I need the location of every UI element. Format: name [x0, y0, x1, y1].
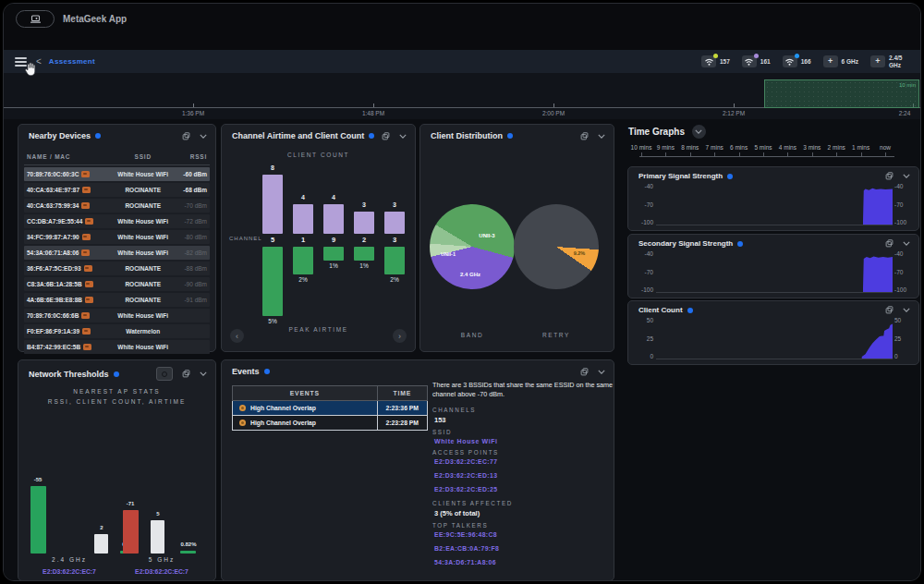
retry-pie-chart[interactable]	[514, 204, 599, 289]
graph-plot[interactable]	[656, 187, 893, 225]
airtime-bar[interactable]	[384, 247, 405, 274]
info-icon[interactable]	[737, 241, 743, 247]
device-row[interactable]: 34:FC:99:87:A7:90 White House WiFi -80 d…	[24, 230, 210, 244]
client-count-bar[interactable]	[323, 204, 344, 234]
info-icon[interactable]	[369, 133, 374, 139]
breadcrumb[interactable]: Assessment	[49, 57, 95, 66]
info-icon[interactable]	[95, 133, 101, 139]
rssi-bar[interactable]	[123, 510, 139, 554]
client-count-bar[interactable]	[262, 175, 283, 234]
scale-label[interactable]: 3 mins	[803, 144, 821, 151]
channel-filter-button[interactable]: 157	[701, 55, 730, 67]
channel-filter-button[interactable]: 161	[742, 55, 771, 67]
scale-label[interactable]: 1 mins	[852, 144, 869, 151]
top-talker-link[interactable]: EE:9C:5E:96:48:C8	[434, 531, 614, 538]
next-page-button[interactable]: ›	[393, 329, 407, 343]
top-talker-link[interactable]: B2:EA:CB:0A:79:F8	[434, 545, 614, 552]
device-row[interactable]: 70:89:76:0C:60:3C White House WiFi -60 d…	[24, 167, 210, 181]
airtime-bar[interactable]	[323, 247, 344, 261]
scale-label[interactable]: 8 mins	[681, 144, 699, 151]
chevron-down-icon[interactable]	[598, 134, 605, 139]
timeline-selection[interactable]: 10 min	[764, 79, 919, 108]
device-row[interactable]: C8:3A:6B:1A:28:5B ROCINANTE -90 dBm	[24, 277, 210, 291]
scale-label[interactable]: 6 mins	[730, 144, 748, 151]
add-band-button[interactable]: +6 GHz	[823, 55, 858, 67]
event-row[interactable]: High Channel Overlap 2:23:36 PM	[232, 401, 428, 416]
info-icon[interactable]	[264, 369, 270, 374]
graph-plot[interactable]	[656, 321, 893, 359]
window-tab[interactable]	[16, 10, 55, 28]
time-scale[interactable]: 10 mins 9 mins 8 mins 7 mins 6 mins 5 mi…	[628, 144, 896, 159]
info-icon[interactable]	[727, 174, 733, 179]
access-point-link[interactable]: E2:D3:62:2C:EC:77	[434, 458, 614, 465]
scale-label[interactable]: 10 mins	[631, 144, 652, 151]
channel-filter-button[interactable]: 166	[783, 55, 811, 67]
airtime-bar[interactable]	[262, 247, 283, 316]
copy-icon[interactable]	[885, 172, 894, 180]
rssi-bar[interactable]	[30, 486, 46, 554]
chevron-down-icon[interactable]	[903, 174, 910, 178]
device-row[interactable]: 4A:6B:6E:9B:E8:8B ROCINANTE -91 dBm	[24, 293, 210, 307]
copy-icon[interactable]	[580, 132, 589, 140]
col-time[interactable]: TIME	[377, 386, 427, 400]
channel-label: 5	[259, 236, 286, 244]
device-row[interactable]: 40:CA:63:75:99:34 ROCINANTE -70 dBm	[24, 199, 210, 213]
device-row[interactable]: F0:EF:86:F9:1A:39 Watermelon	[24, 324, 210, 338]
access-point-link[interactable]: E2:D3:62:2C:ED:25	[434, 486, 614, 493]
col-ssid[interactable]: SSID	[112, 153, 174, 160]
info-icon[interactable]	[114, 371, 119, 377]
client-count-bar[interactable]	[293, 204, 313, 234]
snapshot-button[interactable]	[156, 367, 173, 381]
prev-page-button[interactable]: ‹	[230, 329, 244, 343]
chevron-down-icon[interactable]	[903, 308, 910, 312]
chevron-down-icon[interactable]	[903, 241, 910, 246]
copy-icon[interactable]	[182, 132, 190, 140]
add-band-button[interactable]: +2.4/5 GHz	[870, 55, 911, 68]
copy-icon[interactable]	[382, 132, 390, 140]
device-row[interactable]: B4:87:42:99:EC:5B White House WiFi	[24, 340, 210, 354]
ssid-link[interactable]: White House WiFi	[434, 438, 614, 444]
scale-label[interactable]: 2 mins	[828, 144, 845, 151]
collapse-button[interactable]	[692, 125, 706, 139]
clients-bar[interactable]	[151, 520, 164, 554]
device-row[interactable]: 70:89:76:0C:66:6B White House WiFi	[24, 309, 210, 322]
client-count-bar[interactable]	[384, 212, 405, 234]
airtime-bar[interactable]	[180, 551, 196, 554]
ap-link[interactable]: E2:D3:62:2C:EC:7	[111, 568, 213, 575]
ap-link[interactable]: E2:D3:62:2C:EC:7	[18, 568, 120, 575]
airtime-bar[interactable]	[354, 247, 374, 261]
scale-label[interactable]: 4 mins	[779, 144, 796, 151]
col-events[interactable]: EVENTS	[233, 386, 377, 400]
menu-icon[interactable]	[15, 55, 27, 68]
back-button[interactable]: <	[36, 56, 42, 67]
scale-label[interactable]: 7 mins	[706, 144, 723, 151]
col-name-mac[interactable]: NAME / MAC	[24, 153, 112, 160]
graph-plot[interactable]	[656, 254, 893, 293]
scale-label[interactable]: 9 mins	[657, 144, 675, 151]
airtime-bar[interactable]	[293, 247, 313, 274]
event-row[interactable]: High Channel Overlap 2:23:28 PM	[232, 416, 428, 431]
device-row[interactable]: 40:CA:63:4E:97:87 ROCINANTE -68 dBm	[24, 183, 210, 197]
clients-bar[interactable]	[94, 534, 108, 554]
device-row[interactable]: 36:F6:A7:5C:ED:93 ROCINANTE -88 dBm	[24, 262, 210, 275]
client-count-bar[interactable]	[354, 212, 374, 234]
chevron-down-icon[interactable]	[598, 370, 605, 374]
device-row[interactable]: 54:3A:06:71:A8:06 White House WiFi -82 d…	[24, 246, 210, 260]
col-rssi[interactable]: RSSI	[174, 153, 210, 160]
timeline[interactable]: 1:36 PM 1:48 PM 2:00 PM 2:12 PM 2:24 10 …	[4, 73, 920, 119]
copy-icon[interactable]	[885, 306, 894, 314]
access-point-link[interactable]: E2:D3:62:2C:ED:13	[434, 472, 614, 479]
copy-icon[interactable]	[182, 370, 190, 378]
chevron-down-icon[interactable]	[200, 134, 207, 139]
timeline-tick-label: 2:24	[899, 110, 911, 116]
copy-icon[interactable]	[580, 368, 589, 376]
scale-label[interactable]: 5 mins	[754, 144, 772, 151]
chevron-down-icon[interactable]	[399, 134, 407, 139]
info-icon[interactable]	[687, 308, 693, 313]
device-row[interactable]: CC:DB:A7:9E:55:44 White House WiFi -72 d…	[24, 214, 210, 228]
info-icon[interactable]	[507, 133, 513, 139]
copy-icon[interactable]	[885, 239, 894, 248]
top-talker-link[interactable]: 54:3A:D6:71:A8:06	[434, 559, 614, 566]
chevron-down-icon[interactable]	[200, 371, 207, 376]
scale-label[interactable]: now	[880, 144, 891, 151]
